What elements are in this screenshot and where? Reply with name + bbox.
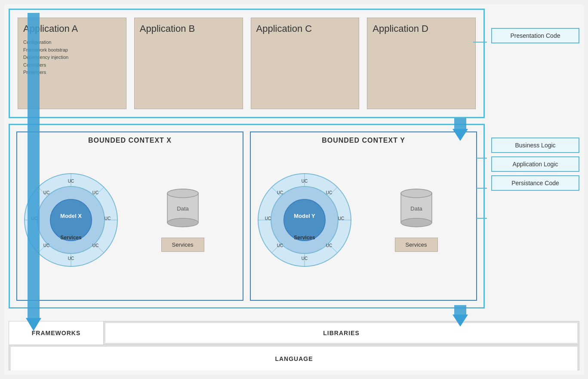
language-box: LANGUAGE bbox=[11, 347, 577, 370]
app-b-title: Application B bbox=[140, 23, 237, 34]
svg-text:UC: UC bbox=[92, 243, 99, 248]
services-box-x: Services bbox=[161, 238, 204, 252]
app-box-b: Application B bbox=[134, 18, 243, 109]
svg-text:Model Y: Model Y bbox=[294, 213, 315, 219]
data-cylinder-x: Data bbox=[166, 188, 200, 229]
persistance-code-label: Persistance Code bbox=[491, 175, 579, 191]
business-logic-label: Business Logic bbox=[491, 138, 579, 153]
persistance-code-text: Persistance Code bbox=[511, 180, 559, 186]
libraries-box: LIBRARIES bbox=[105, 323, 577, 343]
bounded-context-y: BOUNDED CONTEXT Y bbox=[250, 131, 477, 301]
svg-text:UC: UC bbox=[265, 216, 271, 221]
application-logic-text: Application Logic bbox=[513, 161, 558, 168]
bc-y-title: BOUNDED CONTEXT Y bbox=[255, 137, 472, 144]
app-a-detail-4: Controllers bbox=[23, 61, 121, 69]
app-a-detail-2: Framework bootstrap bbox=[23, 46, 121, 54]
svg-text:UC: UC bbox=[326, 243, 332, 248]
svg-text:UC: UC bbox=[105, 216, 111, 221]
svg-text:UC: UC bbox=[326, 190, 332, 195]
circle-diagram-y: Model Y Services UC UC UC UC UC UC UC UC bbox=[255, 171, 354, 269]
app-a-detail-1: Configuration bbox=[23, 39, 121, 46]
svg-text:UC: UC bbox=[92, 190, 99, 195]
svg-text:UC: UC bbox=[43, 190, 49, 195]
bounded-context-x: BOUNDED CONTEXT X bbox=[16, 131, 243, 301]
app-a-details: Configuration Framework bootstrap Depend… bbox=[23, 39, 121, 76]
svg-text:UC: UC bbox=[302, 179, 308, 183]
application-logic-label: Application Logic bbox=[491, 156, 579, 172]
bc-x-inner: Model X Services UC UC UC UC UC UC UC UC bbox=[22, 148, 238, 292]
app-box-c: Application C bbox=[251, 18, 360, 109]
bc-x-title: BOUNDED CONTEXT X bbox=[22, 137, 238, 144]
frameworks-box: FRAMEWORKS bbox=[9, 321, 104, 345]
business-logic-text: Business Logic bbox=[515, 142, 555, 149]
app-a-detail-5: Presenters bbox=[23, 69, 121, 76]
bc-y-inner: Model Y Services UC UC UC UC UC UC UC UC bbox=[255, 148, 472, 292]
svg-text:Services: Services bbox=[294, 235, 315, 241]
svg-text:UC: UC bbox=[277, 190, 283, 195]
bottom-section: FRAMEWORKS LIBRARIES LANGUAGE bbox=[9, 321, 579, 370]
svg-text:Model X: Model X bbox=[60, 213, 82, 219]
svg-text:UC: UC bbox=[68, 179, 74, 183]
svg-text:Services: Services bbox=[60, 235, 82, 241]
frameworks-label: FRAMEWORKS bbox=[32, 330, 80, 336]
app-box-a: Application A Configuration Framework bo… bbox=[18, 18, 126, 109]
svg-text:UC: UC bbox=[277, 243, 283, 248]
middle-section: BOUNDED CONTEXT X bbox=[9, 124, 485, 309]
svg-text:Data: Data bbox=[177, 205, 189, 212]
applications-section: Application A Configuration Framework bo… bbox=[9, 9, 485, 118]
app-a-title: Application A bbox=[23, 23, 121, 34]
app-a-detail-3: Dependency injection bbox=[23, 54, 121, 61]
language-label: LANGUAGE bbox=[275, 355, 313, 362]
app-box-d: Application D bbox=[367, 18, 476, 109]
svg-text:UC: UC bbox=[338, 216, 344, 221]
data-cylinder-y: Data bbox=[399, 188, 434, 229]
right-labels: Business Logic Application Logic Persist… bbox=[491, 138, 579, 194]
svg-point-50 bbox=[401, 189, 432, 198]
svg-point-23 bbox=[167, 218, 198, 227]
svg-text:UC: UC bbox=[31, 216, 37, 221]
svg-point-24 bbox=[167, 189, 198, 198]
svg-text:UC: UC bbox=[302, 256, 308, 261]
svg-text:UC: UC bbox=[43, 243, 49, 248]
bottom-row1: FRAMEWORKS LIBRARIES bbox=[9, 321, 579, 345]
services-box-y: Services bbox=[395, 238, 438, 252]
bc-x-right: Data Services bbox=[127, 188, 238, 252]
app-c-title: Application C bbox=[256, 23, 354, 34]
presentation-code-text: Presentation Code bbox=[511, 32, 560, 39]
bounded-contexts-row: BOUNDED CONTEXT X bbox=[10, 125, 483, 307]
libraries-label: LIBRARIES bbox=[323, 330, 359, 336]
svg-point-49 bbox=[401, 218, 432, 227]
circle-diagram-x: Model X Services UC UC UC UC UC UC UC UC bbox=[22, 171, 120, 269]
presentation-code-label: Presentation Code bbox=[491, 28, 579, 43]
svg-text:UC: UC bbox=[68, 256, 74, 261]
svg-text:Data: Data bbox=[410, 205, 422, 212]
main-container: Application A Configuration Framework bo… bbox=[4, 4, 584, 375]
bc-y-right: Data Services bbox=[360, 188, 472, 252]
app-boxes-row: Application A Configuration Framework bo… bbox=[10, 10, 483, 117]
app-d-title: Application D bbox=[373, 23, 470, 34]
